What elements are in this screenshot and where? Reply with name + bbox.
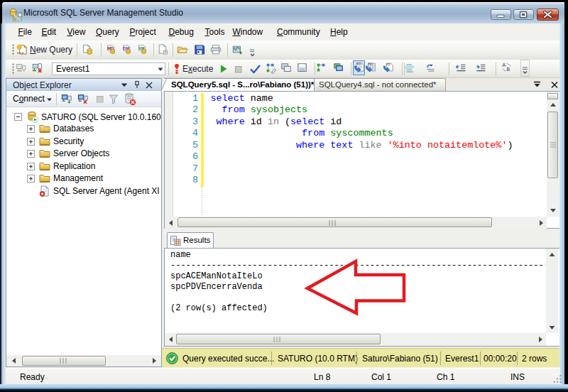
svg-text:B: B	[507, 67, 510, 72]
svg-text:SQL: SQL	[386, 63, 391, 66]
svg-text:SQL: SQL	[368, 62, 373, 65]
svg-text:SQL: SQL	[356, 62, 361, 65]
svg-text:A: A	[503, 62, 506, 67]
